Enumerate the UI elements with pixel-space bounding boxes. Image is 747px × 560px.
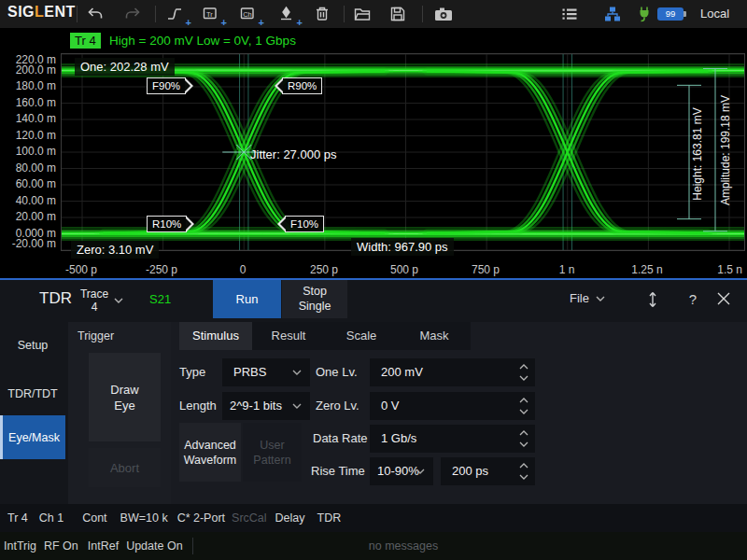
chevron-down-icon <box>416 469 425 474</box>
status-rf-on: RF On <box>44 539 78 553</box>
status-tdr[interactable]: TDR <box>317 511 342 525</box>
spinner-icon[interactable] <box>519 362 529 383</box>
trace-chip[interactable]: Tr 4 <box>70 33 101 49</box>
toolbar-divider <box>422 6 423 22</box>
eye-width-readout: Width: 967.90 ps <box>351 238 454 256</box>
type-dropdown[interactable]: PRBS <box>222 358 310 386</box>
spinner-icon[interactable] <box>519 428 529 449</box>
length-dropdown[interactable]: 2^9-1 bits <box>222 392 310 420</box>
rise-time-label: Rise Time <box>311 457 365 485</box>
redo-icon[interactable] <box>123 5 144 23</box>
delete-icon[interactable] <box>313 5 333 23</box>
zero-level-label: Zero Lv. <box>316 392 359 420</box>
status-bar: Tr 4 Ch 1 Cont BW=10 k C* 2-Port SrcCal … <box>0 504 747 532</box>
status-delay[interactable]: Delay <box>275 511 305 525</box>
data-rate-input[interactable]: 1 Gb/s <box>370 425 535 453</box>
status-srccal: SrcCal <box>232 511 267 525</box>
status-bw[interactable]: BW=10 k <box>120 511 168 525</box>
resize-panel-icon[interactable] <box>645 290 664 309</box>
tdr-panel: TDR Trace4 S21 Run StopSingle File ? Set… <box>0 278 747 504</box>
marker-r90[interactable]: R90% <box>282 77 322 94</box>
chevron-down-icon <box>292 403 302 409</box>
trigger-group: Trigger DrawEye Abort <box>68 322 171 506</box>
x-tick: -250 p <box>129 263 194 276</box>
stop-single-button[interactable]: StopSingle <box>282 280 347 318</box>
file-menu[interactable]: File <box>570 291 605 305</box>
advanced-waveform-button[interactable]: AdvancedWaveform <box>179 423 241 482</box>
tab-stimulus[interactable]: Stimulus <box>179 322 252 350</box>
battery-indicator[interactable]: 99 <box>657 7 684 21</box>
marker-r10[interactable]: R10% <box>147 216 187 232</box>
chevron-down-icon <box>114 298 123 303</box>
status-update-on: Update On <box>126 539 182 553</box>
x-tick: 0 <box>210 263 275 276</box>
toolbar-divider <box>77 6 78 22</box>
instrument-screen: SIGLENT + Tr+ Ch+ + <box>0 0 747 560</box>
x-tick: 750 p <box>453 263 518 276</box>
power-plug-icon[interactable] <box>635 5 655 23</box>
status-int-trig: IntTrig <box>4 539 36 553</box>
add-channel-icon[interactable]: Ch+ <box>239 5 260 23</box>
data-rate-label: Data Rate <box>313 425 368 453</box>
marker-f10[interactable]: F10% <box>285 216 324 232</box>
y-tick: 140.0 m <box>2 112 56 125</box>
svg-text:Tr: Tr <box>206 10 213 19</box>
screenshot-icon[interactable] <box>433 5 454 23</box>
x-tick: 1 n <box>534 263 599 276</box>
one-level-label: One Lv. <box>316 358 358 386</box>
tab-result[interactable]: Result <box>252 322 325 350</box>
y-tick: 20.00 m <box>2 210 56 223</box>
y-tick: -20.00 m <box>2 237 56 250</box>
s-parameter-label: S21 <box>149 292 171 306</box>
help-icon[interactable]: ? <box>684 290 702 309</box>
y-tick: 60.00 m <box>2 177 56 190</box>
x-tick: 500 p <box>372 263 437 276</box>
panel-title: TDR <box>39 289 72 308</box>
sidebar-item-setup[interactable]: Setup <box>0 325 65 366</box>
marker-f90[interactable]: F90% <box>147 77 186 94</box>
undo-icon[interactable] <box>86 5 106 23</box>
save-icon[interactable] <box>388 5 409 23</box>
menu-list-icon[interactable] <box>560 5 581 23</box>
run-button[interactable]: Run <box>213 280 281 318</box>
add-marker-icon[interactable]: + <box>277 5 298 23</box>
status-cal[interactable]: C* 2-Port <box>177 511 225 525</box>
local-mode-label[interactable]: Local <box>700 7 729 21</box>
close-panel-icon[interactable] <box>715 290 734 309</box>
y-tick: 40.00 m <box>2 194 56 207</box>
x-tick: 250 p <box>291 263 357 276</box>
abort-button[interactable]: Abort <box>89 448 161 487</box>
status-trace[interactable]: Tr 4 <box>7 511 28 525</box>
status-channel[interactable]: Ch 1 <box>39 511 63 525</box>
eye-diagram-region: Tr 4 High = 200 mV Low = 0V, 1 Gbps 220.… <box>0 28 747 280</box>
tab-scale[interactable]: Scale <box>325 322 398 350</box>
tab-mask[interactable]: Mask <box>398 322 471 350</box>
open-file-icon[interactable] <box>353 5 374 23</box>
trace-selector-dropdown[interactable]: Trace4 <box>75 284 129 317</box>
toolbar-divider <box>155 6 156 22</box>
sidebar-item-tdr-tdt[interactable]: TDR/TDT <box>0 373 65 414</box>
divider <box>192 538 193 554</box>
user-pattern-button[interactable]: UserPattern <box>243 423 302 482</box>
y-tick: 100.0 m <box>2 145 56 158</box>
spinner-icon[interactable] <box>519 396 529 416</box>
rise-time-input[interactable]: 200 ps <box>441 457 535 485</box>
jitter-readout: Jitter: 27.000 ps <box>250 147 337 162</box>
sidebar-item-eye-mask[interactable]: Eye/Mask <box>0 415 65 459</box>
add-stimulus-icon[interactable]: + <box>166 5 187 23</box>
y-tick: 180.0 m <box>2 79 56 92</box>
x-tick: 1.5 n <box>696 263 742 276</box>
spinner-icon[interactable] <box>519 461 529 482</box>
add-trace-icon[interactable]: Tr+ <box>202 5 222 23</box>
x-tick: 1.25 n <box>614 263 680 276</box>
message-text: no messages <box>369 532 438 560</box>
rise-time-range-dropdown[interactable]: 10-90% <box>370 457 433 485</box>
network-icon[interactable] <box>603 5 624 23</box>
marker-f10-label: F10% <box>290 218 318 230</box>
status-cont[interactable]: Cont <box>82 511 106 525</box>
zero-level-input[interactable]: 0 V <box>370 392 535 420</box>
one-level-input[interactable]: 200 mV <box>370 358 535 386</box>
y-tick: 120.0 m <box>2 129 56 142</box>
length-label: Length <box>179 392 217 420</box>
draw-eye-button[interactable]: DrawEye <box>89 353 161 441</box>
